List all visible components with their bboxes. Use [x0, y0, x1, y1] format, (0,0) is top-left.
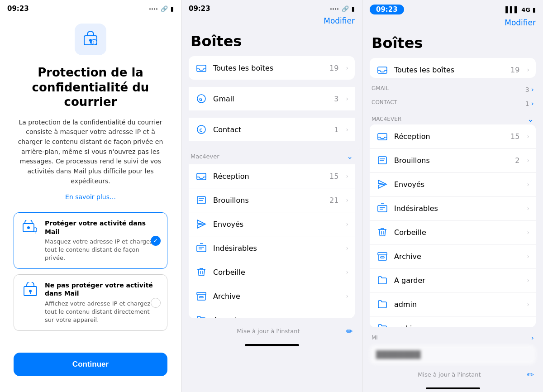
contact-expand-3[interactable]: › [531, 99, 534, 108]
no-protect-option-title: Ne pas protéger votre activité dans Mail [45, 281, 160, 297]
inbox-all-icon-2 [195, 62, 208, 74]
contact-icon-2: C [195, 123, 208, 136]
blurred-item-3: ████████ [370, 345, 536, 364]
protect-option-desc: Masquez votre adresse IP et chargez tout… [45, 238, 160, 263]
mi-section-label-3: MI [372, 335, 378, 341]
compose-icon-2[interactable]: ✏️ [346, 326, 353, 336]
reception-count-2: 15 [329, 172, 338, 181]
brouillons-item-3[interactable]: Brouillons 2 › [370, 148, 536, 172]
archives-icon-3 [376, 322, 389, 327]
contact-count-3: 1 [525, 100, 529, 107]
svg-text:!: ! [35, 231, 36, 234]
corbeille-item-2[interactable]: Corbeille › [189, 260, 355, 284]
nav-bar-3: Modifier [362, 16, 543, 31]
archive-icon-2 [195, 290, 208, 302]
mailboxes-screen-2: 09:23 ···· 🔗 ▮ Modifier Boîtes Toutes le… [181, 0, 362, 392]
all-boxes-label-2: Toutes les boîtes [213, 64, 324, 72]
reception-count-3: 15 [510, 132, 519, 141]
gmail-section-label-3: GMAIL [372, 85, 389, 94]
contact-item-2[interactable]: C Contact 1 › [189, 118, 355, 141]
archive-item-2[interactable]: Archive › [189, 284, 355, 308]
mac4ever-items-2: Réception 15 › Brouillons 21 › [189, 164, 355, 318]
corbeille-item-3[interactable]: Corbeille › [370, 220, 536, 244]
no-protect-option-desc: Affichez votre adresse IP et chargez tou… [45, 300, 160, 325]
svg-rect-26 [378, 67, 387, 73]
link-icon: 🔗 [161, 5, 168, 12]
mac4ever-section-label-3: MAC4EVER [372, 116, 401, 122]
a-garder-item-2[interactable]: A garder › [189, 308, 355, 318]
svg-text:!: ! [93, 41, 95, 45]
corbeille-label-3: Corbeille [394, 228, 521, 237]
all-boxes-count-2: 19 [329, 64, 338, 72]
battery-icon: ▮ [171, 5, 174, 12]
archive-item-3[interactable]: Archive › [370, 244, 536, 268]
no-protect-option-card[interactable]: Ne pas protéger votre activité dans Mail… [14, 274, 167, 331]
all-boxes-count-3: 19 [510, 66, 519, 74]
reception-item-3[interactable]: Réception 15 › [370, 124, 536, 148]
archives-item-3[interactable]: archives › [370, 316, 536, 327]
gmail-label-2: Gmail [213, 95, 329, 103]
gmail-expand-3[interactable]: › [531, 85, 534, 94]
gmail-section-3: GMAIL 3 › [362, 83, 543, 96]
continue-button[interactable]: Continuer [14, 353, 167, 376]
all-boxes-item-2[interactable]: Toutes les boîtes 19 › [189, 56, 355, 80]
mi-expand-3[interactable]: › [531, 334, 534, 342]
brouillons-item-2[interactable]: Brouillons 21 › [189, 188, 355, 212]
admin-label-3: admin [394, 300, 521, 309]
compose-icon-3[interactable]: ✏️ [527, 370, 534, 379]
mac4ever-chevron-3[interactable]: ⌄ [527, 114, 534, 124]
contact-section-header-3: CONTACT 1 › [362, 97, 543, 110]
indesirables-icon-3 [376, 202, 389, 215]
protect-option-icon: ! [21, 219, 39, 237]
svg-rect-14 [197, 173, 206, 180]
mi-section-header-3: MI › [362, 332, 543, 344]
svg-rect-37 [378, 253, 387, 255]
learn-more-link[interactable]: En savoir plus… [65, 193, 116, 201]
mac4ever-header-2[interactable]: Mac4ever ⌄ [181, 148, 362, 164]
modifier-button-2[interactable]: Modifier [324, 16, 355, 25]
brouillons-icon-2 [195, 194, 208, 206]
reception-item-2[interactable]: Réception 15 › [189, 164, 355, 188]
chevron-all-2: › [346, 64, 348, 72]
all-boxes-label-3: Toutes les boîtes [394, 66, 505, 74]
svg-rect-27 [378, 134, 387, 140]
all-boxes-item-3[interactable]: Toutes les boîtes 19 › [370, 58, 536, 78]
status-bar-1: 09:23 ···· 🔗 ▮ [0, 0, 181, 14]
mac4ever-items-3: Réception 15 › Brouillons 2 › Envoyé [370, 124, 536, 327]
no-protect-option-text: Ne pas protéger votre activité dans Mail… [45, 281, 160, 324]
indesirables-label-3: Indésirables [394, 204, 521, 213]
indesirables-item-2[interactable]: Indésirables › [189, 236, 355, 260]
envoyes-item-3[interactable]: Envoyés › [370, 172, 536, 196]
protect-option-card[interactable]: ! Protéger votre activité dans Mail Masq… [14, 212, 167, 269]
brouillons-count-2: 21 [329, 196, 338, 205]
battery-icon-2: ▮ [352, 5, 355, 12]
envoyes-label-2: Envoyés [213, 220, 340, 229]
update-text-3: Mise à jour à l'instant [372, 371, 527, 378]
envoyes-item-2[interactable]: Envoyés › [189, 212, 355, 236]
selected-checkmark: ✓ [151, 236, 161, 246]
bars-icon: ▌▌▌ [505, 6, 519, 13]
time-3: 09:23 [370, 5, 404, 14]
modifier-button-3[interactable]: Modifier [505, 18, 536, 27]
gmail-item-2[interactable]: G Gmail 3 › [189, 87, 355, 110]
home-indicator-3 [426, 387, 480, 389]
admin-item-3[interactable]: admin › [370, 292, 536, 316]
a-garder-label-2: A garder [213, 316, 340, 319]
archive-label-2: Archive [213, 292, 340, 301]
mailboxes-title-3: Boîtes [362, 31, 543, 58]
a-garder-icon-3 [376, 274, 389, 287]
svg-point-8 [29, 290, 32, 292]
signal-icons-3: ▌▌▌ 4G ▮ [505, 6, 536, 13]
no-protect-option-icon [21, 281, 39, 299]
reception-label-3: Réception [394, 132, 505, 141]
a-garder-item-3[interactable]: A garder › [370, 268, 536, 292]
svg-rect-15 [197, 196, 205, 204]
update-bar-2: Mise à jour à l'instant ✏️ [181, 322, 362, 340]
svg-rect-31 [378, 206, 387, 212]
svg-rect-38 [381, 257, 384, 258]
archive-icon-3 [376, 250, 389, 263]
reception-icon-3 [376, 130, 389, 143]
envoyes-icon-3 [376, 178, 389, 191]
indesirables-item-3[interactable]: Indésirables › [370, 196, 536, 220]
home-indicator-2 [245, 344, 299, 346]
